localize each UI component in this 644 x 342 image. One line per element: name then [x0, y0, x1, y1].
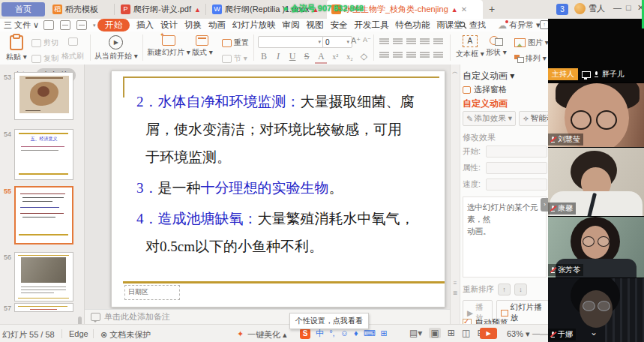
justify-icon[interactable] [420, 51, 430, 58]
shapes-button[interactable]: 形状 ▾ [486, 35, 507, 58]
paste-button[interactable]: 粘贴 ▾ [6, 35, 27, 62]
thumbnail-slide-56[interactable] [14, 252, 73, 302]
font-size-combo[interactable]: 0▾ [322, 36, 352, 48]
reading-view-icon[interactable]: ◫ [462, 328, 470, 338]
account-entry[interactable]: 雪人 [574, 3, 605, 14]
menu-slideshow[interactable]: 幻灯片放映 [232, 20, 276, 31]
pane-tab-icon[interactable]: ≡ [451, 280, 460, 286]
italic-button[interactable]: I [272, 51, 284, 62]
align-left-icon[interactable] [379, 51, 389, 58]
new-tab-button[interactable]: + [484, 2, 499, 16]
property-field[interactable] [486, 162, 547, 174]
menu-developer[interactable]: 开发工具 [355, 20, 389, 31]
subscript-button[interactable]: x₂ [343, 52, 355, 61]
reset-button[interactable]: 重置 [222, 38, 249, 48]
file-menu[interactable]: 三 文件 ∨ [4, 20, 39, 31]
notes-bar[interactable]: 单击此处添加备注 [85, 309, 450, 324]
quick-access-dropdown-icon[interactable]: ▾ [93, 22, 96, 28]
menu-transition[interactable]: 切换 [184, 20, 202, 31]
align-right-icon[interactable] [406, 51, 416, 58]
tab-pdf-document[interactable]: P 爬行纲-讲义.pdf ▲ [116, 0, 212, 19]
decrease-indent-icon[interactable] [406, 38, 416, 45]
collapse-icon[interactable]: ︿ [451, 68, 460, 76]
zoom-slider[interactable] [540, 334, 548, 335]
slide-55[interactable]: 2．水体自净和环境监测：大量摄取细菌、腐 屑，使水变清洁；对环境比较敏感，可用 … [111, 70, 445, 308]
find-button[interactable]: 查找 [459, 20, 486, 31]
superscript-button[interactable]: x² [329, 52, 341, 61]
thumbnail-slide-57-partial[interactable] [14, 303, 73, 312]
picture-button[interactable]: 图片 ▾ [514, 38, 549, 48]
participant-tile[interactable]: 康馨 [548, 148, 644, 216]
menu-design[interactable]: 设计 [160, 20, 178, 31]
print-icon[interactable] [60, 20, 70, 30]
document-protection-status[interactable]: ⊗ 文档未保护 [100, 329, 151, 340]
thumbnail-slide-55-selected[interactable] [14, 186, 73, 244]
pane-title[interactable]: 自定义动画 ▾ [463, 70, 514, 82]
increase-indent-icon[interactable] [420, 38, 430, 45]
add-effect-button[interactable]: ✎添加效果 ▾ [463, 111, 516, 126]
more-participants-chevron[interactable]: ⌄ [590, 327, 598, 338]
font-color-button[interactable]: A [315, 51, 327, 64]
underline-button[interactable]: U [286, 51, 298, 62]
line-spacing-icon[interactable] [433, 51, 443, 58]
mode-label[interactable]: Edge [69, 329, 88, 338]
section-button[interactable]: 节 ▾ [222, 53, 249, 64]
input-method-toolbar[interactable]: S 中 °, ☺ ♦ ⌨ ⊞ [300, 328, 388, 339]
font-family-combo[interactable]: ▾ [258, 36, 324, 48]
tab-home[interactable]: 首页 [1, 2, 45, 16]
clear-format-button[interactable]: ◇ [358, 51, 370, 62]
slide-sorter-icon[interactable]: ⊞ [448, 328, 455, 338]
grow-font-button[interactable]: A⁺ [351, 36, 361, 46]
minimize-button[interactable]: — [613, 3, 622, 12]
strikethrough-button[interactable]: S [301, 51, 313, 62]
pane-tab-icon[interactable]: ≣ [451, 290, 460, 296]
layout-button[interactable]: 版式 ▾ [192, 35, 213, 58]
thumbnail-slide-54[interactable]: 五、经济意义 [14, 129, 73, 180]
textbox-button[interactable]: A 文本框 ▾ [456, 35, 484, 59]
numbering-icon[interactable] [393, 38, 403, 45]
menu-view[interactable]: 视图 [307, 20, 324, 31]
normal-view-icon[interactable]: ▣ [429, 328, 440, 338]
selection-pane-button[interactable]: 选择窗格 [463, 84, 507, 95]
print-preview-icon[interactable] [76, 20, 87, 30]
new-slide-button[interactable]: 新建幻灯片 ▾ [147, 35, 190, 58]
zoom-out-button[interactable]: — [532, 328, 541, 338]
menu-insert[interactable]: 插入 [136, 20, 154, 31]
tab-docer[interactable]: 稻 稻壳模板 [48, 0, 121, 19]
speed-field[interactable] [486, 178, 547, 190]
menu-features[interactable]: 特色功能 [396, 20, 430, 31]
settings-tooltip[interactable]: 个性设置，点我看看 [289, 313, 369, 329]
cloud-sync-status[interactable]: ☁ 有异常 ▾ [498, 20, 541, 31]
date-placeholder[interactable]: 日期区 [124, 285, 180, 300]
maximize-button[interactable]: □ [626, 3, 631, 12]
menu-security[interactable]: 安全 [331, 20, 348, 31]
pane-collapse-strip[interactable]: ︿ ≡ ≣ [451, 64, 460, 324]
bold-button[interactable]: B [258, 51, 270, 62]
participant-tile[interactable]: 于娜 ⌄ [548, 278, 644, 342]
copy-button[interactable]: 复制 [31, 53, 58, 64]
shrink-font-button[interactable]: A⁻ [363, 36, 371, 44]
zoom-level[interactable]: 63% ▾ [507, 329, 530, 339]
menu-start[interactable]: 开始 [97, 19, 130, 32]
slideshow-button[interactable]: ▶ [480, 328, 497, 339]
menu-review[interactable]: 审阅 [283, 20, 300, 31]
participant-tile[interactable]: 刘慧莹 [548, 83, 644, 147]
cut-button[interactable]: 剪切 [31, 38, 58, 48]
close-tab-icon[interactable]: ✕ [461, 5, 467, 14]
one-key-beautify-button[interactable]: 一键美化 ▴ [247, 329, 287, 340]
arrange-button[interactable]: 排列 ▾ [514, 53, 549, 64]
format-painter-button[interactable]: 格式刷 [61, 38, 84, 62]
reorder-up-button[interactable]: ↑ [498, 284, 511, 296]
animation-list[interactable]: 选中幻灯片的某个元素，然 动画。 [463, 196, 547, 278]
save-icon[interactable] [43, 20, 54, 30]
start-field[interactable] [486, 146, 547, 158]
tab-count-badge[interactable]: 3 [556, 4, 568, 15]
thumbnail-slide-53[interactable] [14, 72, 73, 120]
slide-body-text[interactable]: 2．水体自净和环境监测：大量摄取细菌、腐 屑，使水变清洁；对环境比较敏感，可用 … [136, 88, 438, 260]
participant-tile[interactable]: 张芳苓 [548, 217, 644, 278]
notes-view-icon[interactable]: ▤▾ [409, 328, 422, 338]
play-from-current-button[interactable]: ▶ 从当前开始 ▾ [94, 35, 138, 62]
text-direction-icon[interactable] [433, 38, 443, 45]
bullets-icon[interactable] [379, 38, 389, 45]
menu-animation[interactable]: 动画 [208, 20, 226, 31]
